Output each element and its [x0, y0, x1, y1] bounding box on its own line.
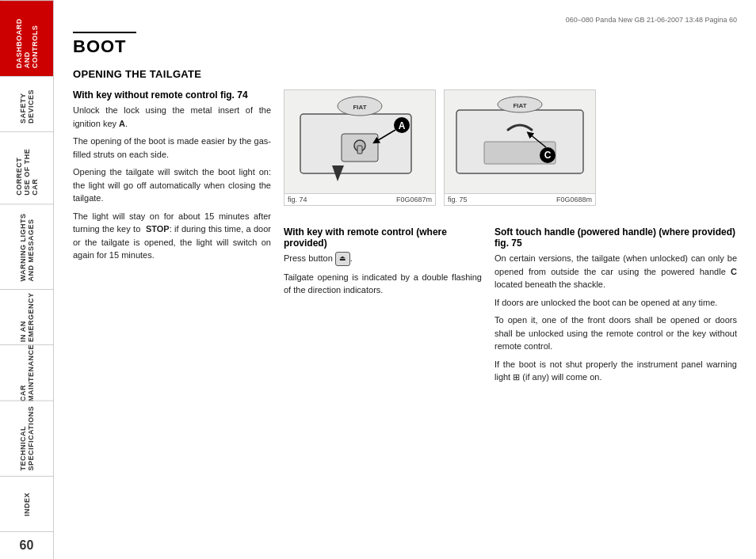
figures-row: A FIAT [284, 89, 737, 206]
svg-text:A: A [399, 120, 406, 131]
figure-75-image: C FIAT [445, 90, 595, 193]
sidebar-item-correct-use[interactable]: CORRECT USE OF THE CAR [0, 131, 53, 203]
sidebar-item-emergency[interactable]: IN AN EMERGENCY [0, 289, 53, 344]
svg-text:C: C [544, 150, 552, 161]
key-without-remote-para4: The light will stay on for about 15 minu… [73, 210, 271, 262]
remote-button-icon: ⏏ [335, 252, 350, 266]
soft-touch-para2: If doors are unlocked the boot can be op… [494, 296, 737, 310]
key-without-remote-title: With key without remote control fig. 74 [73, 89, 271, 101]
sidebar-item-label: SAFETY DEVICES [19, 85, 35, 124]
sidebar-item-label: IN AN EMERGENCY [19, 293, 35, 343]
sidebar-item-label: WARNING LIGHTS AND MESSAGES [19, 212, 35, 281]
figure-74-image: A FIAT [284, 90, 435, 193]
figure-75-code: F0G0688m [556, 196, 592, 203]
two-col-bottom: With key with remote control (where prov… [284, 226, 737, 389]
sidebar-item-label: CORRECT USE OF THE CAR [15, 140, 39, 196]
sidebar-item-label: INDEX [23, 492, 31, 515]
sidebar-item-warning[interactable]: WARNING LIGHTS AND MESSAGES [0, 203, 53, 289]
sidebar: DASHBOARD AND CONTROLS SAFETY DEVICES CO… [0, 0, 54, 559]
figure-75-caption: fig. 75 F0G0688m [445, 193, 595, 205]
key-without-remote-para1: Unlock the lock using the metal insert o… [73, 104, 271, 130]
sidebar-item-index[interactable]: INDEX [0, 476, 53, 531]
left-column: With key without remote control fig. 74 … [73, 89, 271, 389]
content-layout: With key without remote control fig. 74 … [73, 89, 737, 389]
key-without-remote-para3: Opening the tailgate will switch the boo… [73, 165, 271, 205]
svg-rect-4 [357, 146, 362, 154]
sidebar-item-safety[interactable]: SAFETY DEVICES [0, 76, 53, 131]
page-title: BOOT [73, 36, 737, 57]
figure-75-box: C FIAT [444, 89, 596, 206]
stop-label: STOP [146, 224, 170, 234]
sidebar-item-label: TECHNICAL SPECIFICATIONS [19, 406, 35, 471]
title-line [73, 32, 136, 33]
sidebar-item-maintenance[interactable]: CAR MAINTENANCE [0, 344, 53, 401]
sidebar-item-label: DASHBOARD AND CONTROLS [15, 9, 39, 68]
figure-74-box: A FIAT [284, 89, 436, 206]
svg-text:FIAT: FIAT [353, 104, 366, 111]
page-number: 60 [0, 531, 53, 559]
right-section: A FIAT [284, 89, 737, 389]
soft-touch-section: Soft touch handle (powered handle) (wher… [494, 226, 737, 389]
svg-text:FIAT: FIAT [513, 102, 526, 109]
figure-74-label: fig. 74 [288, 196, 307, 203]
sidebar-item-label: CAR MAINTENANCE [19, 344, 35, 401]
soft-touch-para4: If the boot is not shut properly the ins… [494, 358, 737, 384]
key-without-remote-para2: The opening of the boot is made easier b… [73, 135, 271, 161]
figure-74-code: F0G0687m [396, 196, 432, 203]
soft-touch-title: Soft touch handle (powered handle) (wher… [494, 226, 737, 249]
header-bar: 060–080 Panda New GB 21-06-2007 13:48 Pa… [73, 16, 737, 24]
soft-touch-para1: On certain versions, the tailgate (when … [494, 252, 737, 291]
header-text: 060–080 Panda New GB 21-06-2007 13:48 Pa… [566, 16, 737, 24]
key-with-remote-section: With key with remote control (where prov… [284, 226, 482, 389]
key-with-remote-title: With key with remote control (where prov… [284, 226, 482, 249]
key-with-remote-para1: Press button ⏏. [284, 252, 482, 266]
main-content: 060–080 Panda New GB 21-06-2007 13:48 Pa… [54, 0, 756, 559]
key-with-remote-para2: Tailgate opening is indicated by a doubl… [284, 271, 482, 297]
figure-74-caption: fig. 74 F0G0687m [284, 193, 435, 205]
sidebar-item-technical[interactable]: TECHNICAL SPECIFICATIONS [0, 401, 53, 476]
soft-touch-para3: To open it, one of the front doors shall… [494, 314, 737, 353]
section-title: OPENING THE TAILGATE [73, 68, 737, 80]
sidebar-item-dashboard[interactable]: DASHBOARD AND CONTROLS [0, 0, 53, 76]
figure-75-label: fig. 75 [448, 196, 468, 203]
